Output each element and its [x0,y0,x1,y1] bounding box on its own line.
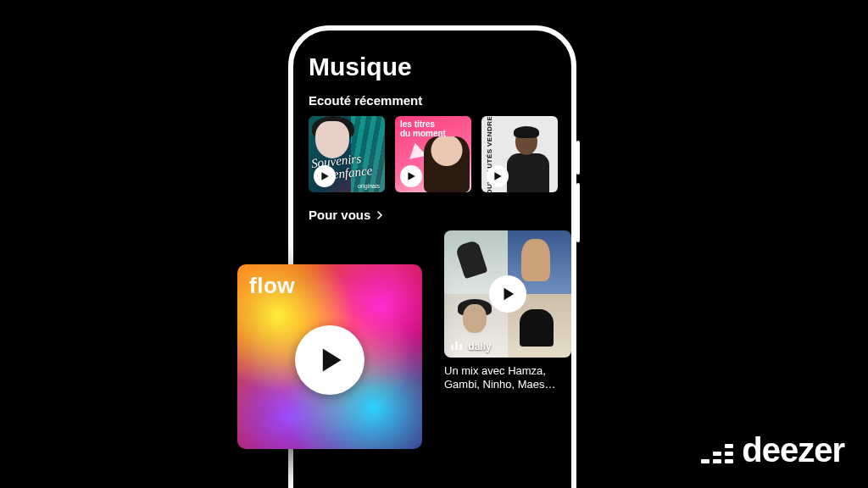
equalizer-icon [451,341,462,350]
tile-title: les titres du moment [400,119,446,138]
play-icon[interactable] [400,165,422,187]
recent-tile-titres-du-moment[interactable]: les titres du moment [395,116,471,192]
section-for-you-label[interactable]: Pour vous [309,208,556,222]
daily-badge: daily [451,341,492,352]
deezer-equalizer-icon [701,438,733,463]
play-icon[interactable] [295,325,364,395]
deezer-wordmark: deezer [742,431,844,469]
chevron-right-icon [376,208,384,222]
flow-label: flow [249,273,295,299]
phone-side-button [576,141,580,175]
recent-tile-souvenirs[interactable]: Souvenirs d'enfance originals [309,116,385,192]
recently-played-text: Ecouté récemment [309,93,422,108]
promo-stage: Musique Ecouté récemment Souvenirs d'enf… [0,0,868,488]
deezer-logo: deezer [701,431,844,469]
page-title: Musique [309,53,556,81]
play-icon[interactable] [487,165,509,187]
play-icon[interactable] [489,275,526,313]
daily-cover: daily [444,230,571,358]
tile-decor [424,136,470,192]
recently-played-row: Souvenirs d'enfance originals les titres… [309,116,556,192]
tile-decor [504,125,553,192]
phone-side-button [576,183,580,242]
play-icon[interactable] [314,165,336,187]
for-you-card-flow[interactable]: flow [237,264,422,449]
daily-caption: Un mix avec Hamza, Gambi, Ninho, Maes… [444,364,571,392]
recent-tile-nouveautes-vendredi[interactable]: NOUVEAUTÉS VENDREDI [481,116,558,192]
tile-corner-badge: originals [358,183,380,189]
for-you-card-daily[interactable]: daily Un mix avec Hamza, Gambi, Ninho, M… [444,230,571,392]
section-recently-played-label: Ecouté récemment [309,93,556,108]
for-you-text: Pour vous [309,208,370,222]
